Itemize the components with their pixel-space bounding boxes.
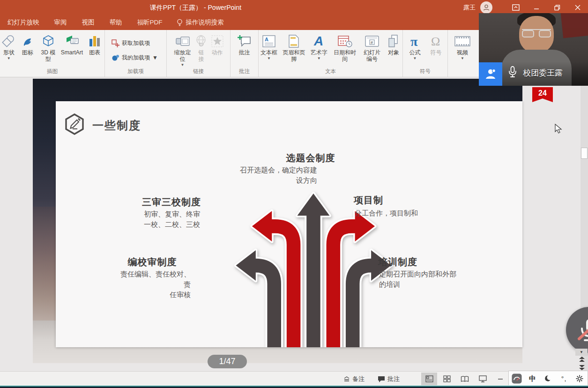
slide-sorter-view-button[interactable] xyxy=(439,373,455,386)
wordart-button[interactable]: A 艺术字 ▼ xyxy=(309,33,329,61)
participant-tile-button[interactable] xyxy=(479,62,502,86)
equation-button[interactable]: π 公式 ▼ xyxy=(405,33,425,61)
wall-poster xyxy=(560,13,588,38)
normal-view-button[interactable] xyxy=(421,373,437,386)
slideshow-view-button[interactable] xyxy=(475,373,491,386)
chart-icon xyxy=(88,33,101,49)
window-bottom-edge xyxy=(0,385,588,388)
microphone-icon xyxy=(508,66,517,80)
ime-logo-icon xyxy=(512,373,522,384)
notes-toggle[interactable]: 备注 xyxy=(338,372,370,387)
svg-text:#: # xyxy=(371,40,373,45)
action-star-icon xyxy=(211,33,223,49)
mute-microphone-widget[interactable] xyxy=(566,307,588,353)
zoom-slides-icon xyxy=(175,33,190,49)
dropdown-caret-icon: ▼ xyxy=(317,57,321,60)
ribbon-group-comments: 批注 批注 xyxy=(231,30,259,77)
item-title-edit-review: 编校审制度 xyxy=(101,256,204,269)
wordart-icon: A xyxy=(312,33,326,49)
ribbon-group-text: A 文本框 ▼ 页眉和页脚 A 艺术字 ▼ 日期和时间 xyxy=(259,30,403,77)
scrollbar-thumb[interactable] xyxy=(581,148,588,159)
ribbon-group-addins: 获取加载项 我的加载项 ▼ 加载项 xyxy=(105,30,167,77)
person-icon xyxy=(483,4,490,11)
action-button: 动作 xyxy=(208,33,227,56)
item-desc-edit-review: 责任编辑、责任校对、责 任审核 xyxy=(116,269,191,300)
tab-help[interactable]: 帮助 xyxy=(102,15,130,30)
pencil-hexagon-icon xyxy=(63,113,86,138)
slide[interactable]: 一些制度 xyxy=(33,79,522,363)
scrollbar-menu-button[interactable]: ▼ xyxy=(575,349,588,356)
presenter-glasses xyxy=(522,29,551,37)
tab-review[interactable]: 审阅 xyxy=(47,15,74,30)
group-label-text: 文本 xyxy=(259,68,402,77)
comments-toggle[interactable]: 批注 xyxy=(372,372,405,387)
new-comment-button[interactable]: 批注 xyxy=(236,33,253,56)
svg-text:π: π xyxy=(410,34,418,48)
ribbon-group-links: 缩放定位 ▼ 链 接 动作 链接 xyxy=(167,30,231,77)
header-footer-button[interactable]: 页眉和页脚 xyxy=(280,33,308,63)
presenter-name: 校团委王露 xyxy=(523,67,563,78)
hyperlink-icon xyxy=(195,33,208,49)
dropdown-caret-icon: ▼ xyxy=(413,57,417,60)
shapes-button[interactable]: 形状 ▼ xyxy=(0,33,17,61)
slide-content-card[interactable]: 一些制度 xyxy=(56,101,522,347)
smartart-button[interactable]: SmartArt xyxy=(60,33,84,56)
ime-punctuation-button[interactable]: °, xyxy=(556,371,572,386)
icons-icon xyxy=(21,33,35,49)
comment-icon xyxy=(237,33,252,49)
my-addins-button[interactable]: 我的加载项 ▼ xyxy=(109,52,161,64)
account-name[interactable]: 露王 xyxy=(463,3,476,12)
object-button[interactable]: 对象 xyxy=(385,33,402,56)
dropdown-caret-icon: ▼ xyxy=(152,54,158,61)
next-slide-button[interactable] xyxy=(578,364,586,371)
ime-fullwidth-moon-button[interactable] xyxy=(540,371,556,386)
restore-icon xyxy=(554,5,560,11)
pi-icon: π xyxy=(408,33,422,49)
minus-icon xyxy=(498,376,503,382)
tab-foxit-pdf[interactable]: 福昕PDF xyxy=(130,15,170,30)
slide-count-badge[interactable]: 24 xyxy=(532,87,553,102)
ime-logo-button[interactable] xyxy=(509,371,525,386)
reading-view-button[interactable] xyxy=(457,373,473,386)
tell-me-label: 操作说明搜索 xyxy=(186,18,224,27)
video-icon xyxy=(454,33,470,49)
group-label-addins: 加载项 xyxy=(105,68,166,77)
store-icon xyxy=(112,39,119,47)
page-indicator: 1/47 xyxy=(208,355,247,368)
tab-slideshow[interactable]: 幻灯片放映 xyxy=(0,15,47,30)
dropdown-caret-icon: ▼ xyxy=(267,57,271,60)
item-desc-project-system: 分工合作，项目制和 xyxy=(355,208,418,218)
icons-button[interactable]: 图标 xyxy=(18,33,37,56)
group-label-links: 链接 xyxy=(167,68,230,77)
dropdown-caret-icon: ▼ xyxy=(7,57,11,60)
slide-number-button[interactable]: # 幻灯片编号 xyxy=(360,33,384,63)
item-title-training: 培训制度 xyxy=(378,256,417,269)
ime-settings-button[interactable] xyxy=(572,371,588,386)
zoom-link-button[interactable]: 缩放定位 ▼ xyxy=(171,33,195,67)
ribbon-display-icon xyxy=(512,4,520,11)
shapes-icon xyxy=(2,33,16,49)
symbol-button: Ω 符号 xyxy=(426,33,446,56)
previous-slide-button[interactable] xyxy=(578,356,586,363)
tab-view[interactable]: 视图 xyxy=(74,15,102,30)
ime-language-mode-button[interactable]: 中 xyxy=(525,371,541,386)
header-footer-icon xyxy=(288,33,299,49)
tell-me-search[interactable]: 操作说明搜索 xyxy=(177,18,224,27)
status-bar: 备注 批注 xyxy=(0,371,588,386)
get-addins-button[interactable]: 获取加载项 xyxy=(109,37,153,49)
slide-number-icon: # xyxy=(365,33,380,49)
slide-sorter-icon xyxy=(443,375,451,382)
gear-icon xyxy=(575,374,584,383)
zoom-out-button[interactable] xyxy=(492,373,508,386)
omega-icon: Ω xyxy=(429,33,443,49)
video-button[interactable]: 视频 ▼ xyxy=(452,33,473,61)
text-box-button[interactable]: A 文本框 ▼ xyxy=(259,33,279,61)
normal-view-icon xyxy=(425,375,433,382)
webcam-overlay[interactable]: 校团委王露 xyxy=(479,13,588,86)
3d-models-button[interactable]: 3D 模型 xyxy=(38,33,59,63)
slide-canvas: 一些制度 xyxy=(0,77,588,371)
chart-button[interactable]: 图表 xyxy=(85,33,104,56)
account-avatar[interactable] xyxy=(480,1,492,14)
date-time-button[interactable]: 日期和时间 xyxy=(330,33,360,63)
ribbon-group-symbols: π 公式 ▼ Ω 符号 符号 xyxy=(403,30,448,77)
